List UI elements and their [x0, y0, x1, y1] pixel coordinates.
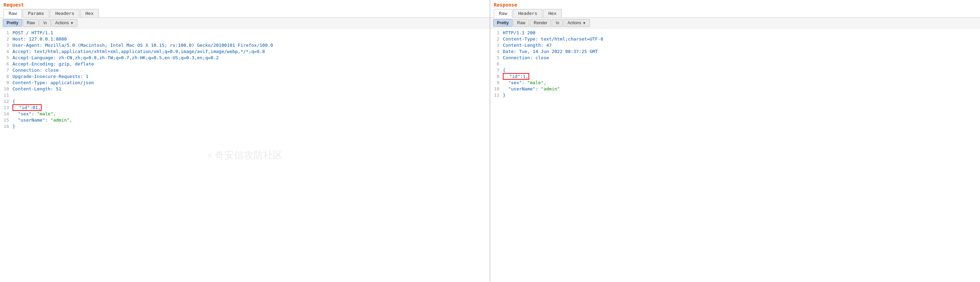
line-content: {: [13, 98, 15, 105]
line-content: Content-Length: 47: [503, 42, 552, 49]
line-number: 3: [493, 42, 503, 49]
response-title: Response: [494, 2, 977, 8]
line-content: }: [503, 92, 506, 98]
main-container: Request Raw Params Headers Hex Pretty Ra…: [0, 0, 980, 282]
request-code-area[interactable]: ⚡奇安信攻防社区 1POST / HTTP/1.12Host: 127.0.0.…: [0, 29, 490, 282]
request-lines: 1POST / HTTP/1.12Host: 127.0.0.1:80803Us…: [3, 30, 487, 130]
request-tab-hex[interactable]: Hex: [80, 9, 99, 17]
line-number: 15: [3, 117, 13, 124]
response-panel: Response Raw Headers Hex Pretty Raw Rend…: [490, 0, 980, 282]
request-btn-actions[interactable]: Actions ▼: [51, 19, 77, 27]
line-content: Content-Length: 51: [13, 86, 61, 92]
line-content: Content-Type: text/html;charset=UTF-8: [503, 36, 603, 42]
table-row: 8Upgrade-Insecure-Requests: 1: [3, 73, 487, 80]
response-lines: 1HTTP/1.1 2002Content-Type: text/html;ch…: [493, 30, 977, 98]
response-code-area[interactable]: 1HTTP/1.1 2002Content-Type: text/html;ch…: [490, 29, 980, 282]
table-row: 7{: [493, 67, 977, 73]
line-content: "sex": "male",: [13, 111, 56, 117]
response-tab-hex[interactable]: Hex: [543, 9, 562, 17]
line-number: 8: [3, 73, 13, 80]
table-row: 15 "userName": "admin",: [3, 117, 487, 124]
response-btn-render[interactable]: Render: [530, 19, 551, 27]
table-row: 14 "sex": "male",: [3, 111, 487, 117]
table-row: 9Content-Type: application/json: [3, 80, 487, 86]
response-toolbar: Pretty Raw Render \n Actions ▼: [490, 17, 980, 29]
line-number: 6: [493, 61, 503, 67]
line-content: Accept-Encoding: gzip, deflate: [13, 61, 94, 67]
table-row: 5Accept-Language: zh-CN,zh;q=0.8,zh-TW;q…: [3, 55, 487, 61]
table-row: 7Connection: close: [3, 67, 487, 73]
line-number: 6: [3, 61, 13, 67]
line-content: Accept: text/html,application/xhtml+xml,…: [13, 49, 265, 55]
line-number: 11: [3, 92, 13, 98]
line-content: Content-Type: application/json: [13, 80, 94, 86]
watermark: ⚡奇安信攻防社区: [207, 149, 283, 162]
line-number: 10: [3, 86, 13, 92]
line-content: "sex": "male",: [503, 80, 546, 86]
response-actions-chevron-icon: ▼: [582, 21, 586, 25]
line-number: 16: [3, 124, 13, 130]
line-number: 12: [3, 98, 13, 105]
actions-chevron-icon: ▼: [70, 21, 73, 25]
line-number: 3: [3, 42, 13, 49]
response-tab-bar: Raw Headers Hex: [494, 9, 977, 17]
request-title: Request: [3, 2, 486, 8]
table-row: 10 "userName": "admin": [493, 86, 977, 92]
line-content: Upgrade-Insecure-Requests: 1: [13, 73, 88, 80]
request-toolbar: Pretty Raw \n Actions ▼: [0, 17, 490, 29]
line-number: 2: [493, 36, 503, 42]
table-row: 4Date: Tue, 14 Jun 2022 08:37:25 GMT: [493, 49, 977, 55]
response-tab-headers[interactable]: Headers: [513, 9, 542, 17]
table-row: 16}: [3, 124, 487, 130]
response-tab-raw[interactable]: Raw: [494, 9, 512, 17]
table-row: 2Host: 127.0.0.1:8080: [3, 36, 487, 42]
line-number: 7: [493, 67, 503, 73]
line-number: 7: [3, 67, 13, 73]
line-number: 4: [493, 49, 503, 55]
line-number: 8: [493, 73, 503, 80]
table-row: 13 "id":01,: [3, 105, 487, 111]
table-row: 2Content-Type: text/html;charset=UTF-8: [493, 36, 977, 42]
line-content: POST / HTTP/1.1: [13, 30, 53, 36]
line-number: 2: [3, 36, 13, 42]
line-number: 1: [493, 30, 503, 36]
line-content: User-Agent: Mozilla/5.0 (Macintosh; Inte…: [13, 42, 273, 49]
table-row: 3Content-Length: 47: [493, 42, 977, 49]
line-number: 13: [3, 105, 13, 111]
line-number: 9: [3, 80, 13, 86]
table-row: 10Content-Length: 51: [3, 86, 487, 92]
table-row: 11: [3, 92, 487, 98]
response-btn-raw[interactable]: Raw: [513, 19, 529, 27]
line-number: 5: [3, 55, 13, 61]
line-content: {: [503, 67, 506, 73]
response-btn-pretty[interactable]: Pretty: [493, 19, 512, 27]
request-tab-raw[interactable]: Raw: [3, 9, 22, 17]
line-number: 11: [493, 92, 503, 98]
request-btn-raw[interactable]: Raw: [23, 19, 39, 27]
table-row: 1HTTP/1.1 200: [493, 30, 977, 36]
line-number: 14: [3, 111, 13, 117]
response-btn-actions[interactable]: Actions ▼: [563, 19, 590, 27]
line-number: 4: [3, 49, 13, 55]
line-content: Date: Tue, 14 Jun 2022 08:37:25 GMT: [503, 49, 598, 55]
line-content: Connection: close: [503, 55, 549, 61]
request-btn-pretty[interactable]: Pretty: [3, 19, 22, 27]
line-number: 9: [493, 80, 503, 86]
table-row: 6Accept-Encoding: gzip, deflate: [3, 61, 487, 67]
table-row: 1POST / HTTP/1.1: [3, 30, 487, 36]
line-content: }: [13, 124, 15, 130]
line-content: HTTP/1.1 200: [503, 30, 535, 36]
table-row: 11}: [493, 92, 977, 98]
line-number: 10: [493, 86, 503, 92]
response-header: Response Raw Headers Hex: [490, 0, 980, 17]
request-btn-newline[interactable]: \n: [40, 19, 51, 27]
table-row: 4Accept: text/html,application/xhtml+xml…: [3, 49, 487, 55]
line-content: "userName": "admin",: [13, 117, 72, 124]
line-content: Host: 127.0.0.1:8080: [13, 36, 67, 42]
request-tab-bar: Raw Params Headers Hex: [3, 9, 486, 17]
request-panel: Request Raw Params Headers Hex Pretty Ra…: [0, 0, 490, 282]
line-content: "id":01,: [13, 105, 41, 111]
response-btn-newline[interactable]: \n: [552, 19, 563, 27]
request-tab-params[interactable]: Params: [22, 9, 49, 17]
request-tab-headers[interactable]: Headers: [50, 9, 80, 17]
